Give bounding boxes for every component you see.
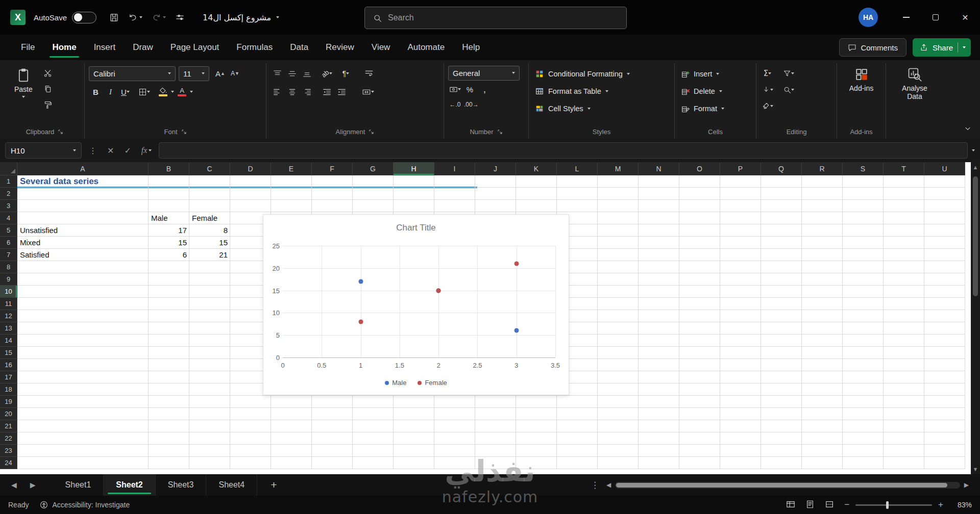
cell-O9[interactable] [679, 273, 720, 286]
formula-input[interactable] [159, 142, 968, 159]
cell-H24[interactable] [394, 457, 434, 469]
cell-T8[interactable] [884, 261, 924, 273]
cell-P4[interactable] [720, 212, 761, 224]
percent-style-button[interactable]: % [463, 83, 477, 96]
cell-N13[interactable] [639, 322, 679, 335]
cell-N9[interactable] [639, 273, 679, 286]
cell-P2[interactable] [720, 188, 761, 200]
cell-R7[interactable] [802, 249, 843, 261]
cell-T23[interactable] [884, 445, 924, 457]
sheet-tab-sheet1[interactable]: Sheet1 [53, 474, 104, 496]
clear-button[interactable] [761, 99, 774, 113]
cell-B21[interactable] [149, 420, 189, 432]
cell-O3[interactable] [679, 200, 720, 212]
cell-E24[interactable] [271, 457, 312, 469]
cell-N18[interactable] [639, 383, 679, 396]
column-header-L[interactable]: L [557, 162, 598, 175]
tab-draw[interactable]: Draw [124, 35, 162, 60]
zoom-out-button[interactable]: − [844, 500, 849, 510]
cell-R16[interactable] [802, 359, 843, 371]
cell-S23[interactable] [843, 445, 884, 457]
cell-B6[interactable] [149, 237, 189, 249]
cell-U13[interactable] [924, 322, 965, 335]
number-format-combo[interactable]: General [448, 66, 520, 81]
cell-B23[interactable] [149, 445, 189, 457]
font-size-combo[interactable]: 11 [179, 66, 209, 81]
cell-A18[interactable] [17, 383, 149, 396]
cell-O15[interactable] [679, 347, 720, 359]
format-painter-button[interactable] [41, 98, 55, 112]
page-break-view-button[interactable] [825, 500, 834, 510]
tab-page-layout[interactable]: Page Layout [162, 35, 228, 60]
row-header-1[interactable]: 1 [0, 175, 17, 188]
horizontal-scrollbar-track[interactable] [615, 482, 960, 489]
collapse-ribbon-button[interactable] [964, 124, 972, 135]
cell-M23[interactable] [598, 445, 639, 457]
cell-E22[interactable] [271, 432, 312, 445]
cell-M7[interactable] [598, 249, 639, 261]
excel-app-icon[interactable]: X [10, 10, 26, 25]
cell-Q5[interactable] [761, 224, 802, 237]
cell-E1[interactable] [271, 175, 312, 188]
cell-Q16[interactable] [761, 359, 802, 371]
cell-Q4[interactable] [761, 212, 802, 224]
cell-I20[interactable] [434, 408, 475, 420]
cell-U20[interactable] [924, 408, 965, 420]
cell-A19[interactable] [17, 396, 149, 408]
minimize-button[interactable] [891, 0, 921, 35]
cell-S22[interactable] [843, 432, 884, 445]
cell-A11[interactable] [17, 298, 149, 310]
cell-U22[interactable] [924, 432, 965, 445]
cell-S4[interactable] [843, 212, 884, 224]
cell-S7[interactable] [843, 249, 884, 261]
cell-U18[interactable] [924, 383, 965, 396]
cell-J20[interactable] [475, 408, 516, 420]
accessibility-status[interactable]: Accessibility: Investigate [40, 501, 130, 509]
cell-T9[interactable] [884, 273, 924, 286]
formula-bar-grip[interactable]: ⋮ [86, 146, 100, 156]
delete-cells-button[interactable]: Delete [679, 83, 752, 100]
cell-F2[interactable] [312, 188, 353, 200]
cell-H20[interactable] [394, 408, 434, 420]
legend-item-male[interactable]: Male [385, 379, 406, 387]
cell-J22[interactable] [475, 432, 516, 445]
row-header-18[interactable]: 18 [0, 383, 17, 396]
tab-data[interactable]: Data [281, 35, 317, 60]
tab-automate[interactable]: Automate [399, 35, 453, 60]
cell-N23[interactable] [639, 445, 679, 457]
cell-B1[interactable] [149, 175, 189, 188]
cell-A22[interactable] [17, 432, 149, 445]
row-header-10[interactable]: 10 [0, 286, 17, 298]
cell-N4[interactable] [639, 212, 679, 224]
cell-O13[interactable] [679, 322, 720, 335]
cell-T15[interactable] [884, 347, 924, 359]
cell-B2[interactable] [149, 188, 189, 200]
search-input[interactable]: Search [364, 7, 627, 29]
tab-insert[interactable]: Insert [85, 35, 125, 60]
cell-A16[interactable] [17, 359, 149, 371]
cell-R19[interactable] [802, 396, 843, 408]
paste-button[interactable]: Paste [9, 64, 38, 124]
cell-M24[interactable] [598, 457, 639, 469]
cell-M3[interactable] [598, 200, 639, 212]
column-header-B[interactable]: B [149, 162, 189, 175]
cell-P24[interactable] [720, 457, 761, 469]
cell-Q12[interactable] [761, 310, 802, 322]
conditional-formatting-button[interactable]: Conditional Formatting [533, 65, 670, 83]
cell-N11[interactable] [639, 298, 679, 310]
cell-S15[interactable] [843, 347, 884, 359]
cell-M18[interactable] [598, 383, 639, 396]
cell-R13[interactable] [802, 322, 843, 335]
cell-P20[interactable] [720, 408, 761, 420]
cell-U16[interactable] [924, 359, 965, 371]
normal-view-button[interactable] [786, 500, 795, 510]
scroll-down-arrow[interactable]: ▼ [973, 464, 978, 474]
cell-P12[interactable] [720, 310, 761, 322]
cell-M20[interactable] [598, 408, 639, 420]
chart-point-male-1-17[interactable] [358, 279, 363, 284]
cell-R12[interactable] [802, 310, 843, 322]
customize-quick-access-button[interactable] [172, 10, 188, 25]
cell-A5[interactable] [17, 224, 149, 237]
chart-panel[interactable]: Chart Title 0510152025 00.511.522.533.5 … [263, 214, 569, 395]
cell-U2[interactable] [924, 188, 965, 200]
